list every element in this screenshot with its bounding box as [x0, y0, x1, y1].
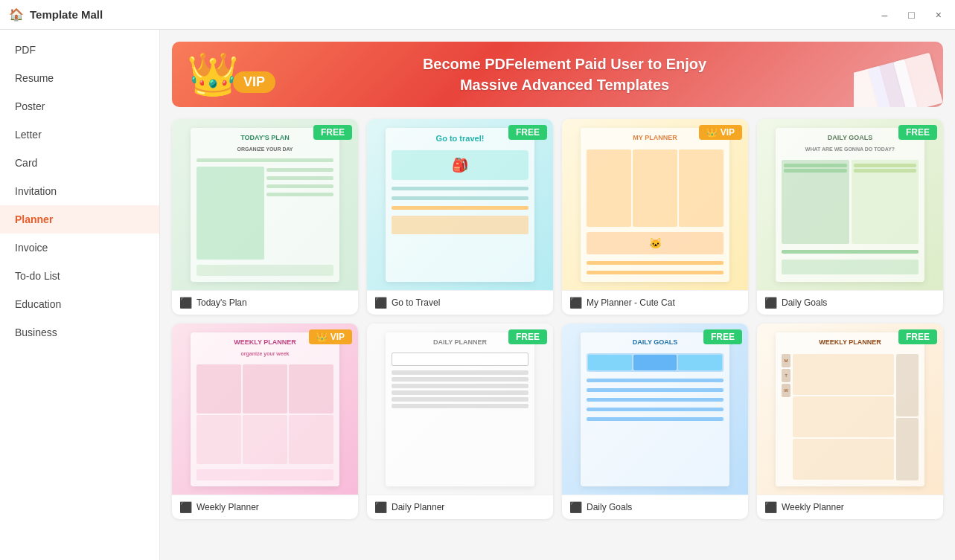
- template-thumb-4: DAILY GOALS WHAT ARE WE GONNA DO TODAY?: [757, 119, 943, 290]
- sidebar-item-education[interactable]: Education: [0, 290, 159, 318]
- sidebar-item-poster[interactable]: Poster: [0, 92, 159, 120]
- badge-free-4: FREE: [898, 125, 937, 140]
- home-icon: 🏠: [9, 7, 24, 22]
- banner-crown-area: 👑 VIP: [172, 54, 275, 95]
- planner-preview-1: TODAY'S PLAN ORGANIZE YOUR DAY: [191, 128, 339, 282]
- close-button[interactable]: ×: [931, 7, 946, 22]
- crown-icon: 👑: [187, 54, 239, 95]
- template-name-4: Daily Goals: [782, 297, 827, 308]
- minimize-button[interactable]: –: [878, 7, 892, 22]
- template-card-weekly-planner-free[interactable]: WEEKLY PLANNER M T W: [757, 324, 943, 519]
- template-name-3: My Planner - Cute Cat: [587, 297, 675, 308]
- badge-free-7: FREE: [703, 329, 742, 344]
- badge-free-8: FREE: [898, 329, 937, 344]
- promo-banner[interactable]: 👑 VIP Become PDFelement Paid User to Enj…: [172, 42, 943, 107]
- template-footer-2: ⬛ Go to Travel: [367, 290, 553, 315]
- sidebar-label-todo: To-do List: [15, 270, 60, 282]
- sidebar-item-invitation[interactable]: Invitation: [0, 177, 159, 205]
- planner-preview-7: DAILY GOALS: [581, 332, 729, 486]
- planner-preview-2: Go to travel! 🎒: [386, 128, 534, 282]
- paper-stack: [854, 53, 943, 107]
- sidebar-label-invitation: Invitation: [15, 185, 57, 197]
- template-footer-7: ⬛ Daily Goals: [562, 495, 748, 519]
- planner-preview-3: MY PLANNER 🐱: [581, 128, 729, 282]
- sidebar-label-education: Education: [15, 298, 61, 310]
- app-title: Template Mall: [30, 8, 103, 21]
- pdf-icon-4: ⬛: [764, 297, 777, 309]
- sidebar-label-resume: Resume: [15, 72, 54, 84]
- template-card-go-to-travel[interactable]: Go to travel! 🎒 FREE ⬛ Go to Travel: [367, 119, 553, 315]
- sidebar-label-business: Business: [15, 326, 57, 338]
- window-controls: – □ ×: [878, 7, 946, 22]
- template-footer-8: ⬛ Weekly Planner: [757, 495, 943, 519]
- template-thumb-7: DAILY GOALS FREE: [562, 324, 748, 495]
- template-card-daily-planner[interactable]: DAILY PLANNER FREE ⬛: [367, 324, 553, 519]
- title-bar-left: 🏠 Template Mall: [9, 7, 103, 22]
- main-content: 👑 VIP Become PDFelement Paid User to Enj…: [160, 30, 955, 560]
- template-grid: TODAY'S PLAN ORGANIZE YOUR DAY: [172, 119, 943, 519]
- template-card-my-planner[interactable]: MY PLANNER 🐱 👑 VIP ⬛ My Planne: [562, 119, 748, 315]
- pdf-icon-7: ⬛: [569, 501, 582, 513]
- badge-free-1: FREE: [313, 125, 352, 140]
- sidebar-label-letter: Letter: [15, 129, 42, 141]
- sidebar: PDF Resume Poster Letter Card Invitation…: [0, 30, 160, 560]
- template-card-daily-goals-blue[interactable]: DAILY GOALS FREE: [562, 324, 748, 519]
- sidebar-item-resume[interactable]: Resume: [0, 64, 159, 92]
- badge-free-6: FREE: [508, 329, 547, 344]
- template-footer-3: ⬛ My Planner - Cute Cat: [562, 290, 748, 315]
- template-name-6: Daily Planner: [392, 502, 444, 512]
- template-footer-6: ⬛ Daily Planner: [367, 495, 553, 519]
- sidebar-label-card: Card: [15, 157, 37, 169]
- template-name-1: Today's Plan: [197, 297, 247, 308]
- template-footer-4: ⬛ Daily Goals: [757, 290, 943, 315]
- template-name-2: Go to Travel: [392, 297, 440, 308]
- pdf-icon-1: ⬛: [179, 297, 192, 309]
- banner-text-area: Become PDFelement Paid User to Enjoy Mas…: [275, 54, 854, 95]
- sidebar-label-planner: Planner: [15, 213, 53, 225]
- planner-preview-8: WEEKLY PLANNER M T W: [776, 332, 924, 486]
- sidebar-label-invoice: Invoice: [15, 242, 48, 254]
- template-footer-5: ⬛ Weekly Planner: [172, 495, 358, 519]
- title-bar: 🏠 Template Mall – □ ×: [0, 0, 955, 30]
- maximize-button[interactable]: □: [904, 7, 919, 22]
- sidebar-item-card[interactable]: Card: [0, 149, 159, 177]
- pdf-icon-6: ⬛: [374, 501, 387, 513]
- template-thumb-2: Go to travel! 🎒 FREE: [367, 119, 553, 290]
- sidebar-item-invoice[interactable]: Invoice: [0, 234, 159, 262]
- sidebar-item-business[interactable]: Business: [0, 318, 159, 347]
- sidebar-item-pdf[interactable]: PDF: [0, 36, 159, 64]
- planner-preview-5: WEEKLY PLANNER organize your week: [191, 332, 339, 486]
- banner-line1: Become PDFelement Paid User to Enjoy Mas…: [290, 54, 839, 95]
- template-thumb-5: WEEKLY PLANNER organize your week 👑 V: [172, 324, 358, 495]
- template-card-weekly-planner-vip[interactable]: WEEKLY PLANNER organize your week 👑 V: [172, 324, 358, 519]
- banner-decoration: [854, 42, 943, 107]
- template-thumb-3: MY PLANNER 🐱 👑 VIP: [562, 119, 748, 290]
- template-thumb-8: WEEKLY PLANNER M T W: [757, 324, 943, 495]
- template-thumb-6: DAILY PLANNER FREE: [367, 324, 553, 495]
- sidebar-item-letter[interactable]: Letter: [0, 120, 159, 149]
- template-footer-1: ⬛ Today's Plan: [172, 290, 358, 315]
- template-card-todays-plan[interactable]: TODAY'S PLAN ORGANIZE YOUR DAY: [172, 119, 358, 315]
- planner-preview-6: DAILY PLANNER: [386, 332, 534, 486]
- badge-free-2: FREE: [508, 125, 547, 140]
- template-thumb-1: TODAY'S PLAN ORGANIZE YOUR DAY: [172, 119, 358, 290]
- pdf-icon-2: ⬛: [374, 297, 387, 309]
- pdf-icon-3: ⬛: [569, 297, 582, 309]
- template-name-5: Weekly Planner: [197, 502, 259, 512]
- sidebar-label-pdf: PDF: [15, 44, 36, 56]
- sidebar-label-poster: Poster: [15, 100, 45, 112]
- template-card-daily-goals[interactable]: DAILY GOALS WHAT ARE WE GONNA DO TODAY?: [757, 119, 943, 315]
- sidebar-item-planner[interactable]: Planner: [0, 205, 159, 234]
- sidebar-item-todo[interactable]: To-do List: [0, 262, 159, 290]
- pdf-icon-5: ⬛: [179, 501, 192, 513]
- badge-vip-3: 👑 VIP: [699, 125, 742, 140]
- pdf-icon-8: ⬛: [764, 501, 777, 513]
- badge-vip-5: 👑 VIP: [309, 329, 352, 344]
- template-name-7: Daily Goals: [587, 502, 632, 512]
- planner-preview-4: DAILY GOALS WHAT ARE WE GONNA DO TODAY?: [776, 128, 924, 282]
- template-name-8: Weekly Planner: [782, 502, 844, 512]
- app-body: PDF Resume Poster Letter Card Invitation…: [0, 30, 955, 560]
- vip-label: VIP: [233, 71, 275, 93]
